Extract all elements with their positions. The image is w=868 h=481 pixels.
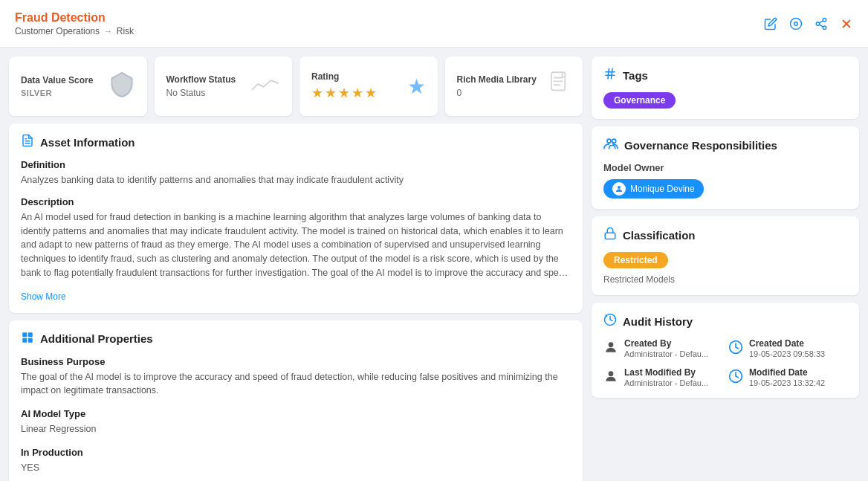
classification-icon (603, 227, 617, 243)
asset-information-card: Asset Information Definition Analyzes ba… (9, 123, 583, 313)
description-label: Description (21, 196, 571, 207)
tag-governance[interactable]: Governance (603, 92, 676, 109)
governance-title: Governance Responsibilities (624, 139, 777, 152)
modified-date-value: 19-05-2023 13:32:42 (749, 378, 825, 387)
clock-icon-modified (728, 369, 743, 387)
classification-title: Classification (623, 229, 696, 242)
asset-info-title: Asset Information (40, 136, 135, 149)
classification-header: Classification (603, 227, 847, 243)
svg-point-26 (609, 342, 614, 347)
star-icon: ★ (407, 74, 426, 99)
audit-header: Audit History (603, 313, 847, 329)
additional-props-title: Additional Properties (40, 332, 153, 345)
show-more-button[interactable]: Show More (21, 291, 66, 302)
edit-icon[interactable] (764, 17, 777, 30)
classification-card: Classification Restricted Restricted Mod… (592, 216, 859, 295)
close-icon[interactable] (840, 17, 853, 30)
right-column: Tags Governance Governance Responsibilit… (592, 57, 859, 472)
svg-rect-24 (605, 233, 615, 239)
svg-rect-15 (22, 338, 27, 342)
owner-avatar (612, 182, 626, 196)
created-date-value: 19-05-2023 09:58:33 (749, 349, 825, 358)
svg-point-22 (612, 139, 616, 143)
owner-badge[interactable]: Monique Devine (603, 179, 704, 198)
breadcrumb-sep: → (103, 26, 112, 36)
header-left: Fraud Detection Customer Operations → Ri… (15, 11, 134, 36)
stat-data-value-score: Data Value Score SILVER (9, 57, 147, 116)
pin-icon[interactable] (789, 17, 803, 30)
audit-grid: Created By Administrator - Defau... Crea… (603, 338, 847, 387)
main-layout: Data Value Score SILVER Workflow Status … (0, 48, 868, 481)
svg-line-6 (819, 20, 823, 22)
svg-rect-16 (28, 338, 33, 342)
shield-icon (108, 71, 135, 103)
breadcrumb-part1: Customer Operations (15, 26, 100, 36)
stat-workflow-status: Workflow Status No Status (155, 57, 293, 116)
svg-point-21 (607, 139, 611, 143)
stat-rich-media: Rich Media Library 0 (445, 57, 583, 116)
stat-rating: Rating ★ ★ ★ ★ ★ ★ (299, 57, 438, 116)
svg-line-5 (819, 25, 823, 27)
prop-in-production: In Production YES (21, 447, 571, 475)
stat-value-3: 0 (457, 88, 537, 98)
left-column: Data Value Score SILVER Workflow Status … (9, 57, 583, 472)
stat-label-1: Workflow Status (166, 74, 236, 85)
audit-created-date: Created Date 19-05-2023 09:58:33 (728, 338, 847, 358)
owner-name: Monique Devine (630, 184, 695, 194)
description-value: An AI model used for fraud detection in … (21, 210, 571, 280)
stat-value-0: SILVER (21, 88, 93, 97)
rating-stars: ★ ★ ★ ★ ★ (311, 85, 377, 101)
top-header: Fraud Detection Customer Operations → Ri… (0, 0, 868, 48)
prop-value-2: YES (21, 461, 571, 475)
document-icon (548, 71, 571, 102)
additional-properties-card: Additional Properties Business Purpose T… (9, 320, 583, 482)
svg-point-0 (791, 18, 802, 29)
prop-label-0: Business Purpose (21, 356, 571, 367)
header-icons (764, 17, 853, 30)
stat-label-2: Rating (311, 71, 377, 82)
svg-point-1 (794, 22, 798, 25)
additional-props-icon (21, 331, 34, 347)
prop-label-1: AI Model Type (21, 408, 571, 419)
asset-info-icon (21, 134, 34, 150)
svg-rect-14 (28, 332, 33, 337)
prop-label-2: In Production (21, 447, 571, 458)
prop-value-1: Linear Regression (21, 422, 571, 436)
governance-icon (603, 137, 618, 153)
definition-value: Analyzes banking data to identify patter… (21, 173, 571, 187)
audit-title: Audit History (623, 315, 693, 328)
svg-line-19 (608, 68, 609, 79)
prop-business-purpose: Business Purpose The goal of the AI mode… (21, 356, 571, 398)
trend-icon (250, 74, 280, 100)
governance-header: Governance Responsibilities (603, 137, 847, 153)
svg-rect-13 (22, 332, 27, 337)
modified-by-label: Last Modified By (624, 367, 708, 378)
breadcrumb: Customer Operations → Risk (15, 26, 134, 36)
modified-by-value: Administrator - Defau... (624, 378, 708, 387)
definition-label: Definition (21, 159, 571, 170)
tags-card: Tags Governance (592, 57, 859, 119)
stat-value-1: No Status (166, 88, 236, 98)
created-by-value: Administrator - Defau... (624, 349, 708, 358)
created-by-label: Created By (624, 338, 708, 349)
model-owner-label: Model Owner (603, 162, 847, 173)
modified-date-label: Modified Date (749, 367, 825, 378)
audit-modified-date: Modified Date 19-05-2023 13:32:42 (728, 367, 847, 387)
audit-modified-by: Last Modified By Administrator - Defau..… (603, 367, 722, 387)
user-icon-modified (603, 369, 618, 387)
prop-model-type: AI Model Type Linear Regression (21, 408, 571, 436)
user-icon-created (603, 340, 618, 358)
stats-row: Data Value Score SILVER Workflow Status … (9, 57, 583, 116)
additional-props-header: Additional Properties (21, 331, 571, 347)
tags-title: Tags (623, 69, 648, 82)
tag-restricted[interactable]: Restricted (603, 252, 668, 268)
created-date-label: Created Date (749, 338, 825, 349)
governance-card: Governance Responsibilities Model Owner … (592, 126, 859, 209)
share-icon[interactable] (814, 17, 828, 30)
app-title: Fraud Detection (15, 11, 134, 25)
svg-line-20 (612, 68, 613, 79)
stat-label-0: Data Value Score (21, 75, 93, 85)
audit-created-by: Created By Administrator - Defau... (603, 338, 722, 358)
audit-icon (603, 313, 617, 329)
clock-icon-created (728, 340, 743, 358)
